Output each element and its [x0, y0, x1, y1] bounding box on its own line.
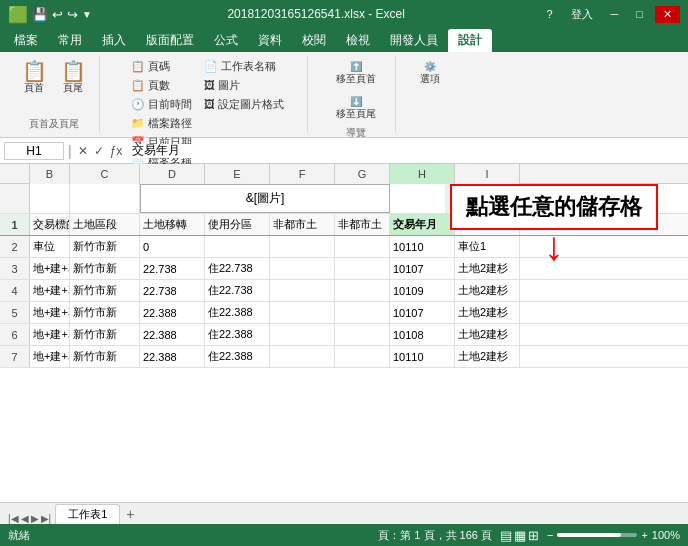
- sheet-prev-arrow[interactable]: ◀: [21, 513, 29, 524]
- tab-insert[interactable]: 插入: [92, 29, 136, 52]
- normal-view-btn[interactable]: ▤: [500, 528, 512, 543]
- formula-input[interactable]: [128, 144, 684, 158]
- cell-1-h[interactable]: 交易年月: [390, 214, 455, 235]
- cell-0-b[interactable]: [30, 184, 70, 213]
- cell-7-f[interactable]: [270, 346, 335, 367]
- cell-2-b[interactable]: 車位: [30, 236, 70, 257]
- cell-0-c[interactable]: [70, 184, 140, 213]
- cell-7-d[interactable]: 22.388: [140, 346, 205, 367]
- help-button[interactable]: ?: [540, 6, 558, 22]
- cell-1-f[interactable]: 非都市土: [270, 214, 335, 235]
- cell-2-g[interactable]: [335, 236, 390, 257]
- tab-file[interactable]: 檔案: [4, 29, 48, 52]
- cell-7-h[interactable]: 10110: [390, 346, 455, 367]
- sheet-add-button[interactable]: +: [120, 504, 140, 524]
- cell-6-c[interactable]: 新竹市新: [70, 324, 140, 345]
- cell-3-c[interactable]: 新竹市新: [70, 258, 140, 279]
- quick-access-save[interactable]: 💾: [32, 7, 48, 22]
- ribbon-btn-sheet-name[interactable]: 📄 工作表名稱: [200, 58, 288, 75]
- tab-design[interactable]: 設計: [448, 29, 492, 52]
- ribbon-btn-goto-footer[interactable]: ⬇️ 移至頁尾: [331, 93, 381, 124]
- quick-access-undo[interactable]: ↩: [52, 7, 63, 22]
- cell-0-g[interactable]: [390, 184, 445, 213]
- tab-view[interactable]: 檢視: [336, 29, 380, 52]
- ribbon-btn-page-num[interactable]: 📋 頁碼: [127, 58, 196, 75]
- cell-2-f[interactable]: [270, 236, 335, 257]
- cell-1-c[interactable]: 土地區段: [70, 214, 140, 235]
- quick-access-more[interactable]: ▼: [82, 9, 92, 20]
- tab-home[interactable]: 常用: [48, 29, 92, 52]
- cell-5-f[interactable]: [270, 302, 335, 323]
- cell-5-d[interactable]: 22.388: [140, 302, 205, 323]
- cell-7-i[interactable]: 土地2建杉: [455, 346, 520, 367]
- formula-confirm-icon[interactable]: ✓: [92, 144, 106, 158]
- cell-1-d[interactable]: 土地移轉: [140, 214, 205, 235]
- formula-func-icon[interactable]: ƒx: [108, 144, 125, 158]
- zoom-in-btn[interactable]: +: [641, 529, 647, 541]
- ribbon-btn-options[interactable]: ⚙️ 選項: [412, 58, 448, 89]
- quick-access-redo[interactable]: ↪: [67, 7, 78, 22]
- cell-4-f[interactable]: [270, 280, 335, 301]
- ribbon-btn-file-path[interactable]: 📁 檔案路徑: [127, 115, 196, 132]
- cell-5-c[interactable]: 新竹市新: [70, 302, 140, 323]
- cell-5-i[interactable]: 土地2建杉: [455, 302, 520, 323]
- tab-developer[interactable]: 開發人員: [380, 29, 448, 52]
- login-button[interactable]: 登入: [565, 5, 599, 24]
- cell-6-b[interactable]: 地+建+車: [30, 324, 70, 345]
- cell-5-b[interactable]: 地+建+車: [30, 302, 70, 323]
- page-break-view-btn[interactable]: ⊞: [528, 528, 539, 543]
- tab-data[interactable]: 資料: [248, 29, 292, 52]
- cell-4-i[interactable]: 土地2建杉: [455, 280, 520, 301]
- cell-5-g[interactable]: [335, 302, 390, 323]
- cell-7-c[interactable]: 新竹市新: [70, 346, 140, 367]
- cell-6-g[interactable]: [335, 324, 390, 345]
- cell-4-c[interactable]: 新竹市新: [70, 280, 140, 301]
- cell-7-g[interactable]: [335, 346, 390, 367]
- ribbon-btn-page-count[interactable]: 📋 頁數: [127, 77, 196, 94]
- cell-3-d[interactable]: 22.738: [140, 258, 205, 279]
- close-button[interactable]: ✕: [655, 6, 680, 23]
- cell-5-e[interactable]: 住22.388: [205, 302, 270, 323]
- ribbon-btn-footer[interactable]: 📋 頁尾: [55, 58, 91, 98]
- cell-1-g[interactable]: 非都市土: [335, 214, 390, 235]
- sheet-last-arrow[interactable]: ▶|: [41, 513, 52, 524]
- cell-7-e[interactable]: 住22.388: [205, 346, 270, 367]
- formula-cancel-icon[interactable]: ✕: [76, 144, 90, 158]
- tab-formula[interactable]: 公式: [204, 29, 248, 52]
- ribbon-btn-format-picture[interactable]: 🖼 設定圖片格式: [200, 96, 288, 113]
- cell-2-h[interactable]: 10110: [390, 236, 455, 257]
- cell-2-e[interactable]: [205, 236, 270, 257]
- cell-6-f[interactable]: [270, 324, 335, 345]
- ribbon-btn-curr-time[interactable]: 🕐 目前時間: [127, 96, 196, 113]
- page-layout-view-btn[interactable]: ▦: [514, 528, 526, 543]
- cell-3-h[interactable]: 10107: [390, 258, 455, 279]
- sheet-first-arrow[interactable]: |◀: [8, 513, 19, 524]
- cell-7-b[interactable]: 地+建+車: [30, 346, 70, 367]
- cell-6-i[interactable]: 土地2建杉: [455, 324, 520, 345]
- cell-1-e[interactable]: 使用分區: [205, 214, 270, 235]
- cell-reference-box[interactable]: [4, 142, 64, 160]
- cell-5-h[interactable]: 10107: [390, 302, 455, 323]
- cell-1-b[interactable]: 交易標的: [30, 214, 70, 235]
- cell-6-d[interactable]: 22.388: [140, 324, 205, 345]
- zoom-out-btn[interactable]: −: [547, 529, 553, 541]
- tab-layout[interactable]: 版面配置: [136, 29, 204, 52]
- tab-review[interactable]: 校閱: [292, 29, 336, 52]
- cell-3-b[interactable]: 地+建+車: [30, 258, 70, 279]
- minimize-button[interactable]: ─: [605, 6, 625, 22]
- sheet-tab-1[interactable]: 工作表1: [55, 504, 120, 524]
- sheet-next-arrow[interactable]: ▶: [31, 513, 39, 524]
- cell-4-h[interactable]: 10109: [390, 280, 455, 301]
- ribbon-btn-goto-header[interactable]: ⬆️ 移至頁首: [331, 58, 381, 89]
- cell-3-f[interactable]: [270, 258, 335, 279]
- ribbon-btn-picture[interactable]: 🖼 圖片: [200, 77, 288, 94]
- ribbon-btn-header[interactable]: 📋 頁首: [16, 58, 52, 98]
- cell-4-d[interactable]: 22.738: [140, 280, 205, 301]
- cell-2-d[interactable]: 0: [140, 236, 205, 257]
- cell-2-c[interactable]: 新竹市新: [70, 236, 140, 257]
- cell-6-e[interactable]: 住22.388: [205, 324, 270, 345]
- cell-4-b[interactable]: 地+建+車: [30, 280, 70, 301]
- merged-picture-cell[interactable]: &[圖片]: [140, 184, 390, 213]
- cell-4-e[interactable]: 住22.738: [205, 280, 270, 301]
- cell-6-h[interactable]: 10108: [390, 324, 455, 345]
